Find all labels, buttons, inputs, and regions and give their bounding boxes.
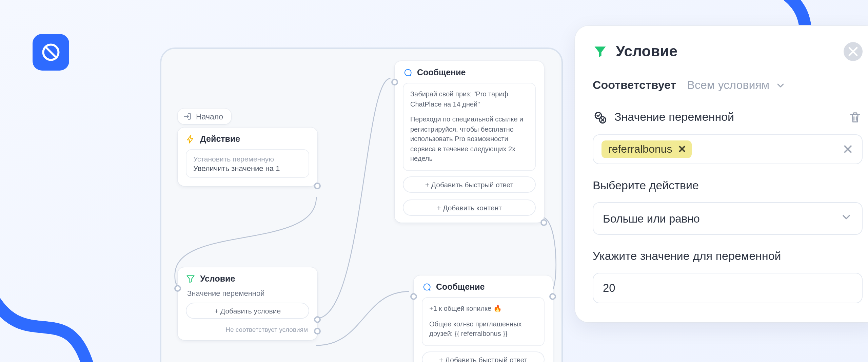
action-chip-sub: Установить переменную	[193, 155, 302, 163]
action-select-value: Больше или равно	[603, 212, 700, 225]
variable-chip-label: referralbonus	[608, 143, 672, 155]
node-port[interactable]	[410, 293, 417, 300]
node-condition-subtitle: Значение переменной	[178, 289, 317, 297]
node-port[interactable]	[314, 328, 321, 335]
node-condition-title: Условие	[200, 274, 235, 284]
message-line: +1 к общей копилке 🔥	[429, 304, 537, 314]
delete-condition-button[interactable]	[848, 110, 863, 125]
match-mode-dropdown[interactable]: Всем условиям	[687, 79, 786, 92]
condition-block-title: Значение переменной	[614, 111, 841, 124]
node-port[interactable]	[314, 316, 321, 323]
message-line: Переходи по специальной ссылке и регистр…	[410, 115, 528, 164]
remove-chip-button[interactable]: ✕	[678, 143, 687, 155]
node-port[interactable]	[549, 293, 556, 300]
node-condition[interactable]: Условие Значение переменной + Добавить у…	[178, 267, 317, 340]
chevron-down-icon	[840, 211, 852, 223]
value-input[interactable]	[593, 273, 863, 303]
action-select[interactable]: Больше или равно	[593, 202, 863, 235]
node-start[interactable]: Начало	[178, 109, 231, 124]
node-port[interactable]	[540, 219, 547, 226]
node-action[interactable]: Действие Установить переменную Увеличить…	[178, 128, 317, 186]
condition-panel: Условие Соответствует Всем условиям Знач…	[575, 26, 868, 322]
variable-value-icon	[593, 110, 608, 125]
action-section-label: Выберите действие	[593, 179, 863, 193]
action-chip-main: Увеличить значение на 1	[193, 164, 302, 172]
node-port[interactable]	[391, 79, 398, 85]
message-body[interactable]: +1 к общей копилке 🔥 Общее кол-во пригла…	[422, 297, 545, 346]
funnel-icon	[186, 274, 195, 284]
close-icon	[846, 44, 861, 59]
node-message-title: Сообщение	[436, 282, 485, 292]
trash-icon	[848, 111, 862, 124]
close-button[interactable]	[844, 42, 863, 61]
chat-icon	[403, 68, 412, 77]
node-message-1[interactable]: Сообщение Забирай свой приз: "Pro тариф …	[395, 61, 544, 222]
chat-icon	[422, 282, 431, 292]
app-logo	[33, 34, 69, 71]
message-line: Общее кол-во приглашенных друзей: {{ ref…	[429, 319, 537, 339]
node-message-title: Сообщение	[417, 68, 466, 77]
add-quick-reply-button[interactable]: + Добавить быстрый ответ	[403, 176, 536, 192]
match-label: Соответствует	[593, 79, 676, 92]
match-mode-value: Всем условиям	[687, 79, 769, 92]
action-chip[interactable]: Установить переменную Увеличить значение…	[186, 149, 309, 178]
message-line: Забирай свой приз: "Pro тариф ChatPlace …	[410, 90, 528, 109]
node-message-2[interactable]: Сообщение +1 к общей копилке 🔥 Общее кол…	[414, 275, 553, 362]
enter-icon	[183, 112, 192, 121]
clear-input-button[interactable]: ✕	[842, 141, 854, 157]
condition-fail-label: Не соответствует условиям	[178, 326, 317, 340]
flow-canvas[interactable]: Начало Действие Установить переменную Ув…	[160, 47, 563, 362]
bolt-icon	[186, 134, 195, 144]
node-port[interactable]	[314, 183, 321, 189]
variable-tag-input[interactable]: referralbonus ✕ ✕	[593, 134, 863, 164]
funnel-icon	[593, 44, 608, 59]
add-condition-button[interactable]: + Добавить условие	[186, 303, 309, 319]
panel-title: Условие	[616, 43, 835, 60]
decorative-squiggle-left	[0, 271, 163, 362]
node-action-title: Действие	[200, 134, 240, 144]
message-body[interactable]: Забирай свой приз: "Pro тариф ChatPlace …	[403, 83, 536, 171]
variable-chip: referralbonus ✕	[601, 140, 692, 158]
node-port[interactable]	[174, 285, 181, 292]
add-quick-reply-button[interactable]: + Добавить быстрый ответ	[422, 351, 545, 362]
add-content-button[interactable]: + Добавить контент	[403, 199, 536, 215]
value-section-label: Укажите значение для переменной	[593, 250, 863, 263]
node-start-label: Начало	[196, 112, 223, 120]
chevron-down-icon	[775, 80, 786, 91]
